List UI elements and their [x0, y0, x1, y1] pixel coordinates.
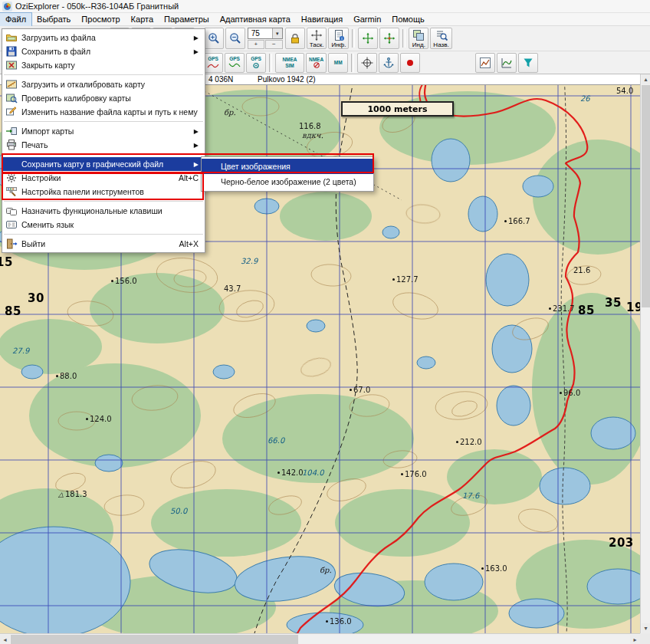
folder-map-icon	[5, 31, 18, 44]
file-menu-item-label: Сохранить в файл	[21, 47, 90, 56]
horizontal-scroll-thumb[interactable]	[11, 635, 298, 644]
scroll-left-icon[interactable]: ◂	[0, 635, 10, 644]
file-menu-item-8[interactable]: Импорт карты▶	[2, 124, 205, 138]
index-map-button[interactable]: Инд.	[409, 28, 428, 49]
position-dot-button[interactable]	[400, 53, 420, 73]
nmea-button[interactable]: NMEA	[306, 53, 327, 73]
scroll-right-icon[interactable]: ▸	[630, 635, 640, 644]
pan-arrows-center-button[interactable]	[379, 28, 399, 49]
file-menu-item-16[interactable]: Сменить язык	[2, 218, 205, 232]
crosshair-icon	[361, 57, 373, 69]
crosshair-button[interactable]	[357, 53, 377, 73]
submenu-arrow-icon: ▶	[188, 161, 199, 168]
pan-arrows-icon	[362, 32, 374, 44]
file-menu-item-label: Проверить калибровку карты	[21, 94, 131, 103]
file-menu-item-6[interactable]: Изменить название файла карты и путь к н…	[2, 105, 205, 119]
toolbar-separator	[351, 54, 354, 72]
filter-button[interactable]	[518, 53, 538, 73]
vertical-scroll-thumb[interactable]	[642, 85, 650, 307]
nmea-sim-button[interactable]: NMEA SIM	[275, 53, 304, 73]
submenu-item-1[interactable]: Черно-белое изображение (2 цвета)	[202, 174, 373, 189]
zoom-level-select[interactable]: 75▾	[248, 28, 283, 39]
menu-icon-empty	[204, 160, 218, 172]
check-calibration-icon	[5, 92, 18, 104]
menubar-item-1[interactable]: Выбрать	[31, 13, 76, 26]
menubar-item-8[interactable]: Помощь	[386, 13, 430, 26]
file-menu-item-12[interactable]: НастройкиAlt+C	[2, 171, 205, 185]
import-map-icon	[5, 125, 18, 137]
window-title: OziExplorer - 050k--R36-104АБ Гранитный	[15, 2, 179, 11]
scale-bar: 1000 meters	[341, 101, 454, 117]
anchor-button[interactable]	[379, 53, 399, 73]
close-map-icon	[5, 59, 18, 71]
app-icon	[2, 2, 12, 12]
menubar-item-0[interactable]: Файл	[0, 13, 31, 26]
submenu-item-label: Черно-белое изображение (2 цвета)	[221, 177, 356, 186]
menubar-item-7[interactable]: Garmin	[348, 13, 386, 26]
chevron-down-icon[interactable]: ▾	[272, 28, 282, 38]
file-menu-item-4[interactable]: Загрузить и откалибровать карту	[2, 77, 205, 91]
menu-icon-empty	[204, 176, 218, 188]
file-menu-item-9[interactable]: Печать▶	[2, 138, 205, 152]
moving-map-button[interactable]: MM	[328, 53, 348, 73]
zoom-plus-button[interactable]: +	[248, 40, 265, 49]
submenu-item-label: Цвет изображения	[221, 162, 291, 171]
info-sheet-icon	[333, 29, 345, 41]
find-name-button[interactable]: Назв.	[430, 28, 451, 49]
drag-hand-button[interactable]: Таск.	[307, 28, 327, 49]
file-menu-item-5[interactable]: Проверить калибровку карты	[2, 91, 205, 105]
submenu-item-0[interactable]: Цвет изображения	[202, 159, 373, 174]
title-bar: OziExplorer - 050k--R36-104АБ Гранитный	[0, 0, 650, 13]
submenu-arrow-icon: ▶	[188, 48, 199, 55]
menu-bar: ФайлВыбратьПросмотрКартаПараметрыАдаптив…	[0, 13, 650, 26]
file-menu-item-18[interactable]: ВыйтиAlt+X	[2, 237, 205, 251]
file-menu: Загрузить из файла▶Сохранить в файл▶Закр…	[2, 28, 205, 253]
info-sheet-button[interactable]: Инф.	[328, 28, 349, 49]
menubar-item-2[interactable]: Просмотр	[76, 13, 125, 26]
language-icon	[5, 219, 18, 231]
file-menu-separator	[4, 154, 203, 155]
menu-icon-empty	[5, 158, 18, 170]
gps-send-track-button[interactable]: GPS	[203, 53, 223, 73]
lock-icon	[289, 32, 301, 44]
file-menu-item-label: Сохранить карту в графический файл	[21, 159, 163, 169]
menubar-item-4[interactable]: Параметры	[159, 13, 215, 26]
vertical-scrollbar[interactable]: ▴ ▾	[640, 74, 650, 633]
scroll-up-icon[interactable]: ▴	[642, 74, 650, 84]
horizontal-scrollbar[interactable]: ◂ ▸	[0, 633, 640, 644]
menubar-item-5[interactable]: Адаптивная карта	[215, 13, 296, 26]
zoom-control: 75▾+−	[248, 28, 283, 49]
file-menu-item-label: Настройки	[21, 173, 61, 182]
file-menu-item-1[interactable]: Сохранить в файл▶	[2, 44, 205, 58]
file-menu-item-2[interactable]: Закрыть карту	[2, 58, 205, 72]
zoom-in-button[interactable]	[204, 28, 224, 49]
file-menu-item-label: Загрузить из файла	[21, 33, 96, 42]
file-menu-item-11[interactable]: Сохранить карту в графический файл▶	[2, 157, 205, 171]
profile-button[interactable]	[475, 53, 495, 73]
gps-send-track-icon	[207, 62, 219, 69]
scroll-down-icon[interactable]: ▾	[642, 623, 650, 633]
submenu-arrow-icon: ▶	[188, 142, 199, 149]
file-menu-item-label: Печать	[21, 140, 48, 150]
gps-get-track-button[interactable]: GPS	[225, 53, 245, 73]
file-menu-separator	[4, 234, 203, 235]
file-menu-item-label: Импорт карты	[21, 127, 74, 136]
file-menu-item-15[interactable]: Назначить функциональные клавиши	[2, 204, 205, 218]
track-chart-button[interactable]	[497, 53, 517, 73]
scrollbar-corner	[640, 633, 650, 644]
save-disk-icon	[5, 45, 18, 58]
menubar-item-6[interactable]: Навигация	[296, 13, 348, 26]
zoom-minus-button[interactable]: −	[265, 40, 283, 49]
file-menu-item-0[interactable]: Загрузить из файла▶	[2, 31, 205, 44]
toolbar-button-caption: Назв.	[433, 42, 448, 48]
lock-button[interactable]	[285, 28, 305, 49]
file-menu-item-13[interactable]: Настройка панели инструментов	[2, 185, 205, 199]
save-graphics-submenu: Цвет изображенияЧерно-белое изображение …	[201, 156, 374, 192]
gps-position-icon	[250, 62, 262, 69]
menubar-item-3[interactable]: Карта	[126, 13, 159, 26]
gps-position-button[interactable]: GPS	[246, 53, 266, 73]
pan-arrows-button[interactable]	[358, 28, 378, 49]
zoom-out-button[interactable]	[225, 28, 245, 49]
toolbar-button-caption: Таск.	[310, 42, 324, 48]
file-menu-item-label: Изменить название файла карты и путь к н…	[21, 107, 198, 117]
